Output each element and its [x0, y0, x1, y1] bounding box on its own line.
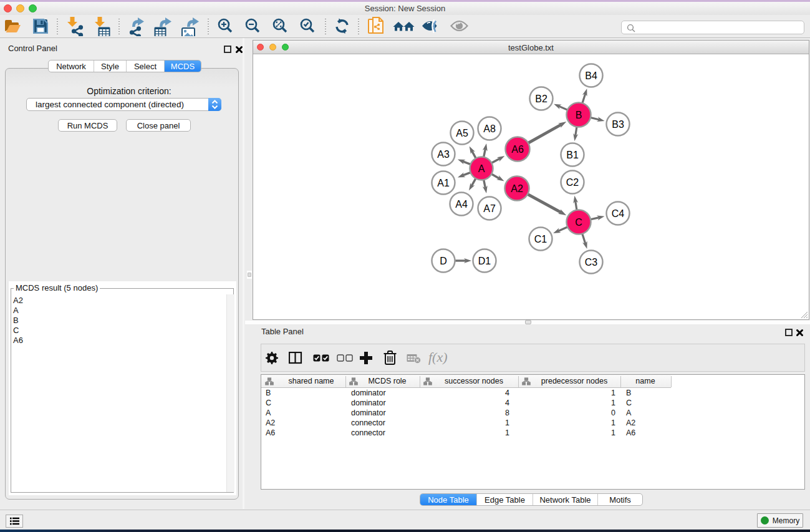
svg-text:C3: C3 [585, 257, 598, 268]
svg-text:A3: A3 [437, 149, 450, 160]
svg-text:B1: B1 [566, 150, 579, 160]
svg-text:B2: B2 [535, 94, 547, 104]
svg-text:A8: A8 [483, 123, 496, 134]
svg-text:B3: B3 [612, 119, 624, 130]
svg-text:A4: A4 [455, 199, 468, 210]
svg-text:A5: A5 [456, 128, 468, 138]
svg-text:D1: D1 [478, 256, 491, 266]
svg-text:A7: A7 [483, 203, 496, 214]
svg-text:A2: A2 [511, 183, 523, 194]
svg-text:C: C [575, 217, 582, 228]
svg-text:B: B [576, 110, 582, 120]
svg-text:C2: C2 [566, 177, 579, 188]
svg-text:A1: A1 [437, 178, 450, 188]
svg-text:A6: A6 [511, 144, 524, 155]
svg-text:B4: B4 [585, 70, 597, 81]
svg-text:C1: C1 [534, 234, 547, 244]
svg-text:A: A [478, 163, 485, 174]
svg-text:D: D [440, 256, 447, 266]
svg-text:C4: C4 [612, 208, 625, 219]
